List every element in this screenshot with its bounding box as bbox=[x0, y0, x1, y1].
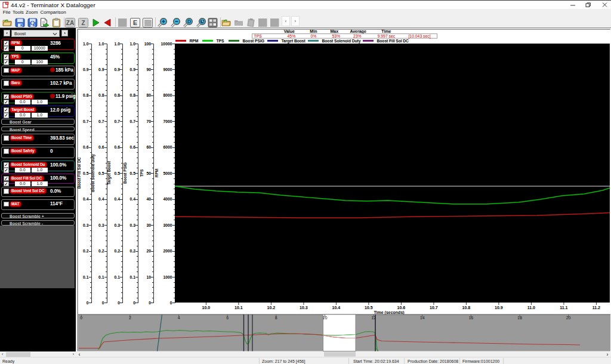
svg-text:10.4: 10.4 bbox=[332, 306, 341, 310]
svg-text:Boost Solenoid Duty: Boost Solenoid Duty bbox=[91, 154, 95, 192]
svg-text:0.4: 0.4 bbox=[83, 197, 89, 201]
svg-text:70: 70 bbox=[146, 119, 151, 124]
svg-text:Value: Value bbox=[284, 29, 295, 33]
svg-text:0.2: 0.2 bbox=[130, 249, 136, 253]
svg-text:10.9: 10.9 bbox=[495, 306, 503, 310]
svg-text:100: 100 bbox=[144, 42, 152, 46]
svg-text:[10.043 sec]: [10.043 sec] bbox=[408, 34, 430, 39]
svg-text:0.3: 0.3 bbox=[130, 223, 136, 227]
svg-text:0.8: 0.8 bbox=[98, 93, 104, 97]
svg-text:20: 20 bbox=[146, 249, 151, 253]
svg-text:0.8: 0.8 bbox=[130, 93, 136, 97]
svg-text:10.6: 10.6 bbox=[397, 306, 406, 310]
svg-text:›: › bbox=[607, 351, 609, 357]
svg-text:1.0: 1.0 bbox=[98, 42, 104, 46]
svg-text:TPS: TPS bbox=[140, 169, 144, 177]
svg-text:0.1: 0.1 bbox=[115, 275, 121, 279]
svg-text:Average: Average bbox=[350, 29, 366, 34]
svg-text:Time (seconds): Time (seconds) bbox=[374, 310, 404, 315]
svg-text:40: 40 bbox=[146, 197, 151, 201]
svg-text:TPS: TPS bbox=[217, 39, 224, 43]
svg-text:10.0: 10.0 bbox=[202, 306, 211, 310]
svg-text:53%: 53% bbox=[332, 34, 340, 38]
svg-text:Boost Fill Sol DC: Boost Fill Sol DC bbox=[77, 157, 81, 189]
svg-text:Max: Max bbox=[330, 29, 338, 33]
svg-text:0: 0 bbox=[170, 301, 172, 305]
svg-text:0.5: 0.5 bbox=[98, 171, 104, 175]
svg-text:0.2: 0.2 bbox=[98, 249, 104, 253]
svg-text:10: 10 bbox=[146, 275, 151, 279]
svg-text:0.3: 0.3 bbox=[98, 223, 104, 227]
svg-text:0.6: 0.6 bbox=[130, 145, 136, 149]
svg-text:1.0: 1.0 bbox=[115, 42, 121, 46]
svg-text:0: 0 bbox=[87, 301, 89, 305]
svg-text:0.5: 0.5 bbox=[83, 171, 89, 175]
svg-text:11.1: 11.1 bbox=[560, 306, 567, 310]
svg-text:0.5: 0.5 bbox=[115, 171, 121, 175]
svg-text:0: 0 bbox=[149, 301, 151, 305]
svg-text:Time: Time bbox=[381, 29, 391, 33]
svg-text:Boost PSIG: Boost PSIG bbox=[243, 39, 264, 43]
svg-text:10.2: 10.2 bbox=[267, 306, 276, 310]
svg-text:0.9: 0.9 bbox=[83, 67, 89, 72]
svg-text:60: 60 bbox=[146, 145, 151, 149]
svg-text:ZA: ZA bbox=[66, 20, 74, 26]
svg-text:Boost Fill Sol DC: Boost Fill Sol DC bbox=[377, 39, 409, 43]
svg-text:0.4: 0.4 bbox=[115, 197, 121, 201]
svg-text:TPS: TPS bbox=[254, 34, 263, 38]
svg-text:0: 0 bbox=[133, 301, 135, 305]
svg-text:9000: 9000 bbox=[163, 67, 172, 72]
svg-text:0.1: 0.1 bbox=[130, 275, 136, 279]
svg-text:1000: 1000 bbox=[163, 275, 172, 279]
svg-text:Boost Solenoid Duty: Boost Solenoid Duty bbox=[322, 39, 361, 44]
svg-text:23%: 23% bbox=[353, 34, 362, 38]
svg-text:80: 80 bbox=[146, 93, 151, 97]
svg-text:Boost PSIG: Boost PSIG bbox=[123, 162, 127, 184]
svg-text:11.2: 11.2 bbox=[593, 306, 600, 310]
svg-text:0.8: 0.8 bbox=[83, 93, 89, 97]
svg-text:0.6: 0.6 bbox=[115, 145, 121, 149]
svg-text:E: E bbox=[133, 19, 137, 26]
svg-text:Target Boost: Target Boost bbox=[107, 161, 112, 184]
svg-text:0%: 0% bbox=[310, 34, 316, 38]
svg-text:0.9: 0.9 bbox=[115, 67, 121, 72]
svg-text:0.7: 0.7 bbox=[98, 119, 104, 124]
svg-text:10000: 10000 bbox=[161, 42, 172, 46]
svg-text:0.7: 0.7 bbox=[83, 119, 89, 124]
svg-text:0.9: 0.9 bbox=[98, 67, 104, 72]
svg-text:5000: 5000 bbox=[163, 171, 172, 175]
svg-text:0.3: 0.3 bbox=[115, 223, 121, 227]
svg-text:0.6: 0.6 bbox=[98, 145, 104, 149]
svg-text:0.9: 0.9 bbox=[130, 67, 136, 72]
svg-text:90: 90 bbox=[146, 67, 151, 72]
svg-text:Target Boost: Target Boost bbox=[282, 39, 306, 44]
svg-text:0.2: 0.2 bbox=[83, 249, 89, 253]
svg-text:0.1: 0.1 bbox=[83, 275, 89, 279]
svg-text:1.0: 1.0 bbox=[83, 42, 89, 46]
svg-text:2000: 2000 bbox=[163, 249, 172, 253]
svg-text:0: 0 bbox=[102, 301, 104, 305]
svg-text:0.7: 0.7 bbox=[115, 119, 121, 124]
svg-text:D: D bbox=[187, 18, 191, 24]
svg-text:50: 50 bbox=[146, 171, 151, 175]
svg-text:8000: 8000 bbox=[163, 93, 172, 97]
svg-text:11.0: 11.0 bbox=[527, 306, 535, 310]
svg-text:10.8: 10.8 bbox=[462, 306, 471, 310]
svg-text:7000: 7000 bbox=[163, 119, 172, 124]
svg-text:0: 0 bbox=[118, 301, 120, 305]
svg-text:RPM: RPM bbox=[155, 169, 159, 177]
svg-text:0.7: 0.7 bbox=[130, 119, 136, 124]
svg-text:0.2: 0.2 bbox=[115, 249, 121, 253]
svg-text:3000: 3000 bbox=[163, 223, 172, 227]
svg-text:0.4: 0.4 bbox=[130, 197, 136, 201]
svg-text:0.3: 0.3 bbox=[83, 223, 89, 227]
svg-text:45%: 45% bbox=[288, 34, 296, 38]
svg-text:10.7: 10.7 bbox=[430, 306, 438, 310]
svg-text:10.1: 10.1 bbox=[234, 306, 243, 310]
svg-text:0.1: 0.1 bbox=[98, 275, 104, 279]
svg-text:0.8: 0.8 bbox=[115, 93, 121, 97]
svg-text:10.5: 10.5 bbox=[365, 306, 373, 310]
svg-text:Z: Z bbox=[81, 20, 85, 26]
svg-text:0.5: 0.5 bbox=[130, 171, 136, 175]
svg-text:‹: ‹ bbox=[79, 351, 81, 357]
